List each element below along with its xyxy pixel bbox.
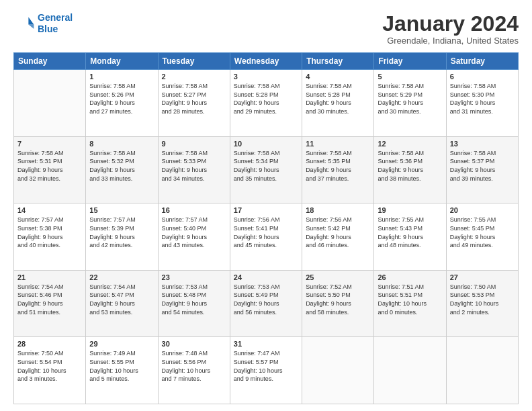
logo-icon: [13, 13, 35, 34]
cell-content: Sunrise: 7:56 AMSunset: 5:41 PMDaylight:…: [234, 216, 298, 249]
day-number: 31: [234, 340, 298, 348]
cell-content: Sunrise: 7:57 AMSunset: 5:40 PMDaylight:…: [162, 216, 226, 249]
table-row: 14Sunrise: 7:57 AMSunset: 5:38 PMDayligh…: [14, 203, 86, 271]
th-tuesday: Tuesday: [158, 53, 230, 70]
day-number: 21: [17, 273, 82, 281]
day-number: 3: [234, 73, 298, 81]
table-row: 17Sunrise: 7:56 AMSunset: 5:41 PMDayligh…: [230, 203, 302, 271]
day-number: 5: [378, 73, 442, 81]
cell-content: Sunrise: 7:57 AMSunset: 5:39 PMDaylight:…: [89, 216, 154, 249]
day-number: 10: [234, 140, 298, 148]
week-row-2: 14Sunrise: 7:57 AMSunset: 5:38 PMDayligh…: [14, 203, 519, 271]
week-row-0: 1Sunrise: 7:58 AMSunset: 5:26 PMDaylight…: [14, 70, 519, 137]
week-row-1: 7Sunrise: 7:58 AMSunset: 5:31 PMDaylight…: [14, 136, 519, 203]
day-number: 15: [89, 206, 154, 214]
day-number: 28: [17, 340, 82, 348]
day-number: 24: [234, 273, 298, 281]
table-row: 7Sunrise: 7:58 AMSunset: 5:31 PMDaylight…: [14, 136, 86, 203]
logo-line2: Blue: [38, 24, 58, 34]
table-row: 9Sunrise: 7:58 AMSunset: 5:33 PMDaylight…: [158, 136, 230, 203]
day-number: 2: [162, 73, 226, 81]
table-row: 11Sunrise: 7:58 AMSunset: 5:35 PMDayligh…: [302, 136, 374, 203]
cell-content: Sunrise: 7:57 AMSunset: 5:38 PMDaylight:…: [17, 216, 82, 249]
table-row: 28Sunrise: 7:50 AMSunset: 5:54 PMDayligh…: [14, 337, 86, 404]
day-number: 4: [306, 73, 370, 81]
cell-content: Sunrise: 7:58 AMSunset: 5:33 PMDaylight:…: [162, 149, 226, 183]
table-row: 18Sunrise: 7:56 AMSunset: 5:42 PMDayligh…: [302, 203, 374, 271]
cell-content: Sunrise: 7:54 AMSunset: 5:46 PMDaylight:…: [17, 283, 82, 316]
location: Greendale, Indiana, United States: [382, 36, 519, 46]
th-thursday: Thursday: [302, 53, 374, 70]
day-number: 17: [234, 206, 298, 214]
day-number: 11: [306, 140, 370, 148]
cell-content: Sunrise: 7:58 AMSunset: 5:37 PMDaylight:…: [450, 149, 515, 183]
calendar-table: Sunday Monday Tuesday Wednesday Thursday…: [13, 52, 519, 404]
table-row: 29Sunrise: 7:49 AMSunset: 5:55 PMDayligh…: [86, 337, 158, 404]
table-row: 3Sunrise: 7:58 AMSunset: 5:28 PMDaylight…: [230, 70, 302, 137]
th-friday: Friday: [374, 53, 446, 70]
table-row: 20Sunrise: 7:55 AMSunset: 5:45 PMDayligh…: [446, 203, 518, 271]
page: General Blue January 2024 Greendale, Ind…: [0, 0, 532, 411]
cell-content: Sunrise: 7:54 AMSunset: 5:47 PMDaylight:…: [89, 283, 154, 316]
table-row: 5Sunrise: 7:58 AMSunset: 5:29 PMDaylight…: [374, 70, 446, 137]
day-number: 13: [450, 140, 515, 148]
table-row: 16Sunrise: 7:57 AMSunset: 5:40 PMDayligh…: [158, 203, 230, 271]
cell-content: Sunrise: 7:58 AMSunset: 5:28 PMDaylight:…: [306, 82, 370, 116]
table-row: 1Sunrise: 7:58 AMSunset: 5:26 PMDaylight…: [86, 70, 158, 137]
logo: General Blue: [13, 12, 73, 35]
cell-content: Sunrise: 7:51 AMSunset: 5:51 PMDaylight:…: [378, 283, 442, 316]
day-number: 22: [89, 273, 154, 281]
cell-content: Sunrise: 7:53 AMSunset: 5:48 PMDaylight:…: [162, 283, 226, 316]
cell-content: Sunrise: 7:50 AMSunset: 5:53 PMDaylight:…: [450, 283, 515, 316]
th-sunday: Sunday: [14, 53, 86, 70]
day-number: 25: [306, 273, 370, 281]
table-row: 22Sunrise: 7:54 AMSunset: 5:47 PMDayligh…: [86, 270, 158, 337]
cell-content: Sunrise: 7:55 AMSunset: 5:45 PMDaylight:…: [450, 216, 515, 249]
th-saturday: Saturday: [446, 53, 518, 70]
cell-content: Sunrise: 7:53 AMSunset: 5:49 PMDaylight:…: [234, 283, 298, 316]
table-row: 6Sunrise: 7:58 AMSunset: 5:30 PMDaylight…: [446, 70, 518, 137]
week-row-4: 28Sunrise: 7:50 AMSunset: 5:54 PMDayligh…: [14, 337, 519, 404]
table-row: [14, 70, 86, 137]
table-row: 19Sunrise: 7:55 AMSunset: 5:43 PMDayligh…: [374, 203, 446, 271]
day-number: 6: [450, 73, 515, 81]
table-row: 21Sunrise: 7:54 AMSunset: 5:46 PMDayligh…: [14, 270, 86, 337]
cell-content: Sunrise: 7:52 AMSunset: 5:50 PMDaylight:…: [306, 283, 370, 316]
day-number: 29: [89, 340, 154, 348]
cell-content: Sunrise: 7:58 AMSunset: 5:29 PMDaylight:…: [378, 82, 442, 116]
cell-content: Sunrise: 7:58 AMSunset: 5:36 PMDaylight:…: [378, 149, 442, 183]
day-number: 8: [89, 140, 154, 148]
table-row: 23Sunrise: 7:53 AMSunset: 5:48 PMDayligh…: [158, 270, 230, 337]
cell-content: Sunrise: 7:56 AMSunset: 5:42 PMDaylight:…: [306, 216, 370, 249]
day-number: 9: [162, 140, 226, 148]
day-number: 30: [162, 340, 226, 348]
logo-text: General Blue: [38, 12, 73, 35]
table-row: 2Sunrise: 7:58 AMSunset: 5:27 PMDaylight…: [158, 70, 230, 137]
day-number: 14: [17, 206, 82, 214]
table-row: 13Sunrise: 7:58 AMSunset: 5:37 PMDayligh…: [446, 136, 518, 203]
table-row: [374, 337, 446, 404]
day-number: 7: [17, 140, 82, 148]
cell-content: Sunrise: 7:58 AMSunset: 5:26 PMDaylight:…: [89, 82, 154, 116]
cell-content: Sunrise: 7:50 AMSunset: 5:54 PMDaylight:…: [17, 349, 82, 383]
cell-content: Sunrise: 7:58 AMSunset: 5:30 PMDaylight:…: [450, 82, 515, 116]
table-row: 8Sunrise: 7:58 AMSunset: 5:32 PMDaylight…: [86, 136, 158, 203]
table-row: 25Sunrise: 7:52 AMSunset: 5:50 PMDayligh…: [302, 270, 374, 337]
day-number: 20: [450, 206, 515, 214]
cell-content: Sunrise: 7:47 AMSunset: 5:57 PMDaylight:…: [234, 349, 298, 383]
table-row: 10Sunrise: 7:58 AMSunset: 5:34 PMDayligh…: [230, 136, 302, 203]
logo-line1: General: [38, 12, 73, 23]
day-number: 26: [378, 273, 442, 281]
cell-content: Sunrise: 7:58 AMSunset: 5:27 PMDaylight:…: [162, 82, 226, 116]
table-row: [446, 337, 518, 404]
cell-content: Sunrise: 7:48 AMSunset: 5:56 PMDaylight:…: [162, 349, 226, 383]
table-row: 26Sunrise: 7:51 AMSunset: 5:51 PMDayligh…: [374, 270, 446, 337]
day-number: 27: [450, 273, 515, 281]
cell-content: Sunrise: 7:58 AMSunset: 5:35 PMDaylight:…: [306, 149, 370, 183]
th-wednesday: Wednesday: [230, 53, 302, 70]
day-number: 18: [306, 206, 370, 214]
cell-content: Sunrise: 7:49 AMSunset: 5:55 PMDaylight:…: [89, 349, 154, 383]
table-row: [302, 337, 374, 404]
week-row-3: 21Sunrise: 7:54 AMSunset: 5:46 PMDayligh…: [14, 270, 519, 337]
svg-marker-0: [28, 17, 34, 24]
